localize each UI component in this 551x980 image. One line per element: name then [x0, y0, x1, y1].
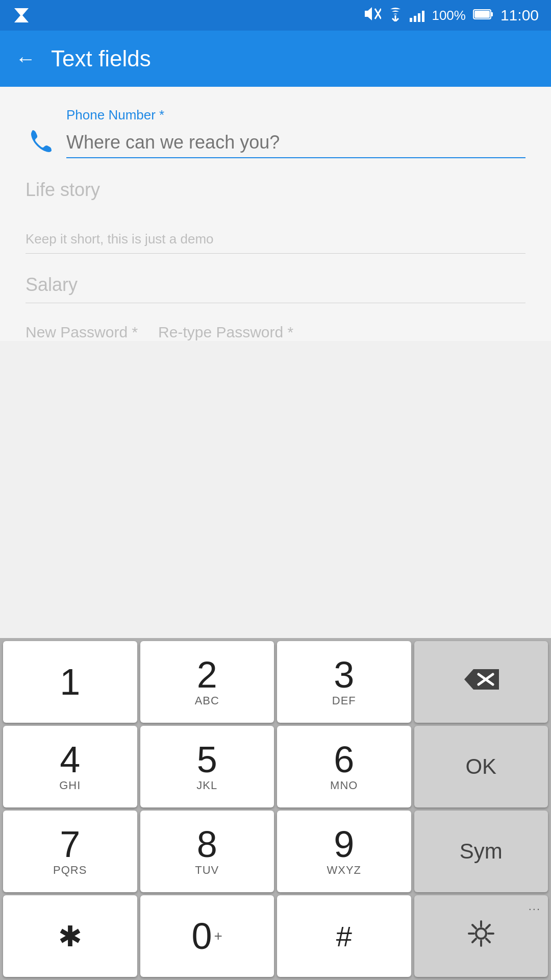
svg-line-15: [472, 925, 476, 928]
keyboard-row-1: 1 2 ABC 3 DEF: [3, 641, 548, 723]
salary-label: Salary: [26, 274, 525, 303]
battery-icon: [473, 8, 493, 22]
new-password-label: New Password *: [26, 324, 138, 341]
keyboard-row-4: ✱ 0 + # ···: [3, 895, 548, 977]
keyboard-row-3: 7 PQRS 8 TUV 9 WXYZ Sym: [3, 811, 548, 892]
form-content: Phone Number Life story Keep it short, t…: [0, 87, 551, 341]
app-bar-title: Text fields: [51, 46, 151, 71]
key-6[interactable]: 6 MNO: [277, 726, 411, 807]
key-hash[interactable]: #: [277, 895, 411, 977]
mute-icon: [364, 7, 381, 24]
salary-field-group: Salary: [26, 274, 525, 303]
key-3[interactable]: 3 DEF: [277, 641, 411, 723]
key-ok[interactable]: OK: [414, 726, 548, 807]
back-button[interactable]: ←: [15, 47, 36, 70]
svg-line-18: [472, 939, 476, 942]
phone-icon: [26, 127, 56, 159]
key-backspace[interactable]: [414, 641, 548, 723]
svg-line-17: [486, 925, 490, 928]
key-8[interactable]: 8 TUV: [140, 811, 274, 892]
key-gear[interactable]: ···: [414, 895, 548, 977]
password-row: New Password * Re-type Password *: [26, 324, 525, 341]
backspace-icon: [463, 667, 499, 698]
status-bar-right: 100% 11:00: [364, 6, 539, 25]
svg-marker-7: [464, 669, 499, 690]
key-9[interactable]: 9 WXYZ: [277, 811, 411, 892]
key-2[interactable]: 2 ABC: [140, 641, 274, 723]
key-4[interactable]: 4 GHI: [3, 726, 137, 807]
status-time: 11:00: [500, 7, 539, 24]
status-bar: 100% 11:00: [0, 0, 551, 31]
life-story-field-group: Life story Keep it short, this is just a…: [26, 179, 525, 254]
battery-percent: 100%: [432, 8, 466, 23]
svg-rect-5: [491, 12, 493, 16]
key-star[interactable]: ✱: [3, 895, 137, 977]
key-1[interactable]: 1: [3, 641, 137, 723]
phone-number-label: Phone Number: [66, 107, 525, 123]
svg-marker-0: [14, 8, 29, 22]
life-story-hint: Keep it short, this is just a demo: [26, 231, 525, 254]
phone-number-field-group: Phone Number: [26, 107, 525, 159]
key-7[interactable]: 7 PQRS: [3, 811, 137, 892]
keyboard-row-2: 4 GHI 5 JKL 6 MNO OK: [3, 726, 548, 807]
key-0[interactable]: 0 +: [140, 895, 274, 977]
gear-icon: [467, 919, 495, 953]
svg-rect-6: [474, 11, 490, 18]
phone-number-input[interactable]: [66, 128, 525, 158]
dots-icon: ···: [529, 902, 541, 916]
status-bar-left: [12, 6, 31, 24]
app-bar: ← Text fields: [0, 31, 551, 87]
retype-password-label: Re-type Password *: [158, 324, 293, 341]
app-logo-icon: [12, 6, 31, 24]
numeric-keyboard: 1 2 ABC 3 DEF 4 GHI 5 JKL: [0, 638, 551, 980]
phone-input-row: [26, 127, 525, 159]
sync-icon: [388, 6, 403, 25]
key-sym[interactable]: Sym: [414, 811, 548, 892]
key-5[interactable]: 5 JKL: [140, 726, 274, 807]
signal-icon: [410, 9, 424, 22]
life-story-label: Life story: [26, 179, 525, 201]
svg-line-16: [486, 939, 490, 942]
svg-point-10: [476, 928, 486, 939]
